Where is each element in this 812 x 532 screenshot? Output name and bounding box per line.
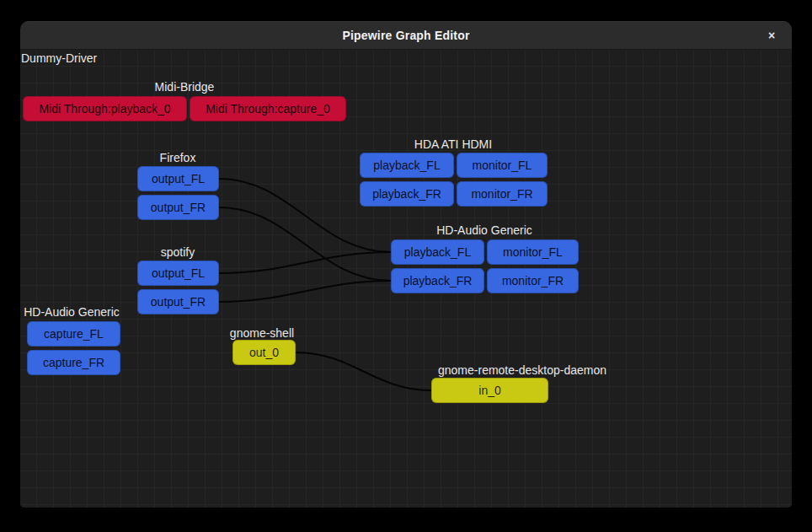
- port-hd-audio-generic-capture-fr[interactable]: capture_FR: [27, 350, 120, 375]
- port-hda-ati-hdmi-playback-fr[interactable]: playback_FR: [360, 181, 454, 207]
- window-title: Pipewire Graph Editor: [342, 29, 469, 42]
- titlebar[interactable]: Pipewire Graph Editor ×: [20, 21, 792, 50]
- port-hd-audio-generic-playback-fr[interactable]: playback_FR: [391, 268, 484, 293]
- port-gnome-shell-out-0[interactable]: out_0: [232, 340, 296, 365]
- wire-gnome-shell.out_0-to-gnome-remote-desktop-daemon.in_0[interactable]: [296, 352, 431, 390]
- node-label-hda-ati-hdmi[interactable]: HDA ATI HDMI: [414, 137, 492, 151]
- port-firefox-output-fr[interactable]: output_FR: [137, 195, 219, 220]
- port-midi-through-capture-0[interactable]: Midi Through:capture_0: [190, 96, 346, 121]
- port-hd-audio-generic-monitor-fl[interactable]: monitor_FL: [487, 239, 579, 265]
- port-gnome-remote-desktop-daemon-in-0[interactable]: in_0: [431, 378, 548, 403]
- pipewire-graph-editor-window: Pipewire Graph Editor × Dummy-Driver Mid…: [20, 21, 792, 508]
- node-label-firefox[interactable]: Firefox: [160, 151, 196, 164]
- port-midi-through-playback-0[interactable]: Midi Through:playback_0: [23, 96, 187, 121]
- port-hd-audio-generic-capture-fl[interactable]: capture_FL: [27, 321, 120, 347]
- node-label-gnome-shell[interactable]: gnome-shell: [230, 326, 294, 340]
- node-label-hd-audio-generic-out[interactable]: HD-Audio Generic: [436, 223, 532, 237]
- port-hda-ati-hdmi-monitor-fl[interactable]: monitor_FL: [457, 153, 548, 178]
- node-label-gnome-remote-desktop-daemon[interactable]: gnome-remote-desktop-daemon: [438, 363, 606, 377]
- wire-spotify.output_FR-to-hd-audio-generic-out.playback_FR[interactable]: [219, 281, 391, 302]
- port-hd-audio-generic-monitor-fr[interactable]: monitor_FR: [487, 268, 579, 293]
- port-spotify-output-fl[interactable]: output_FL: [137, 261, 219, 286]
- node-label-dummy-driver[interactable]: Dummy-Driver: [21, 51, 97, 65]
- node-label-midi-bridge[interactable]: Midi-Bridge: [155, 80, 215, 94]
- wire-spotify.output_FL-to-hd-audio-generic-out.playback_FL[interactable]: [219, 252, 391, 273]
- graph-canvas[interactable]: Dummy-Driver Midi-Bridge Midi Through:pl…: [20, 50, 792, 508]
- node-label-spotify[interactable]: spotify: [161, 245, 195, 259]
- port-hd-audio-generic-playback-fl[interactable]: playback_FL: [391, 239, 484, 265]
- port-spotify-output-fr[interactable]: output_FR: [137, 289, 219, 314]
- port-hda-ati-hdmi-playback-fl[interactable]: playback_FL: [360, 153, 454, 178]
- close-icon[interactable]: ×: [760, 21, 783, 49]
- port-firefox-output-fl[interactable]: output_FL: [137, 166, 219, 191]
- node-label-hd-audio-generic-in[interactable]: HD-Audio Generic: [24, 305, 120, 319]
- port-hda-ati-hdmi-monitor-fr[interactable]: monitor_FR: [457, 181, 548, 207]
- wire-firefox.output_FR-to-hd-audio-generic-out.playback_FR[interactable]: [219, 207, 391, 281]
